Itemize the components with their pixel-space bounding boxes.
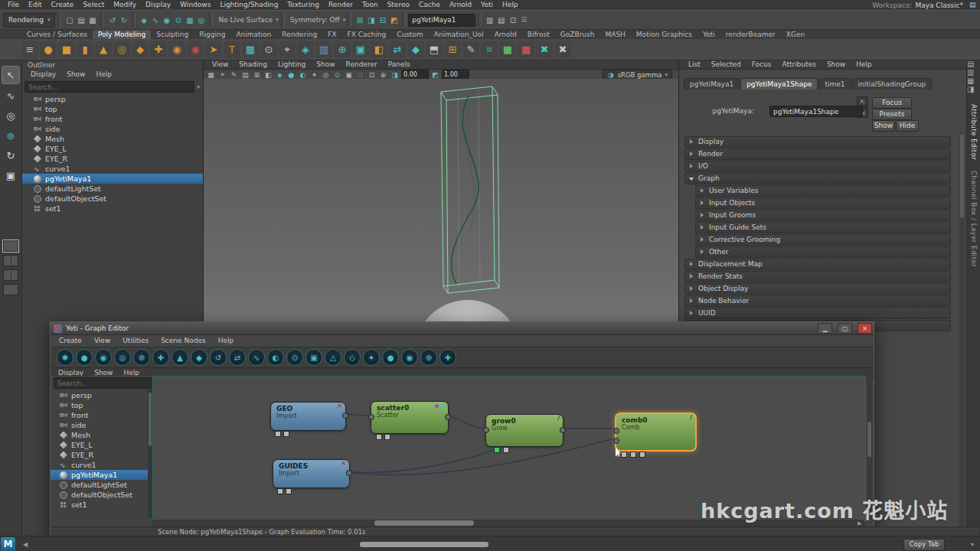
node-comb0[interactable]: comb0 Comb	[615, 412, 697, 452]
outliner-item-eye-l[interactable]: EYE_L	[21, 144, 203, 154]
ge-menu-help[interactable]: Help	[213, 335, 240, 347]
statusline-separator[interactable]	[209, 13, 213, 27]
shelf-icon-poly-plane[interactable]	[132, 41, 149, 58]
yeti-tool-icon[interactable]	[267, 349, 284, 366]
yeti-tool-icon[interactable]	[210, 349, 227, 366]
menu-toon[interactable]: Toon	[358, 0, 383, 10]
ge-outliner-item-side[interactable]: side	[51, 420, 152, 430]
ae-section-display[interactable]: Display	[684, 136, 951, 148]
statusline-separator[interactable]	[132, 13, 136, 27]
exposure-icon[interactable]	[390, 70, 400, 79]
ae-scrollbar-thumb[interactable]	[960, 134, 964, 218]
menu-lighting-shading[interactable]: Lighting/Shading	[215, 0, 283, 10]
view-2d-pan-zoom-icon[interactable]	[263, 70, 273, 79]
ae-section-corrective-grooming[interactable]: Corrective Grooming	[695, 234, 951, 246]
outliner-item-defaultobjectset[interactable]: defaultObjectSet	[21, 194, 203, 204]
ae-presets-button[interactable]: Presets	[872, 109, 912, 120]
shelf-icon-bevel[interactable]	[407, 41, 424, 58]
motion-blur-icon[interactable]	[344, 70, 354, 79]
menu-display[interactable]: Display	[141, 0, 175, 10]
node-edit-icon[interactable]	[690, 415, 692, 421]
node-grow0[interactable]: grow0 Grow	[485, 414, 564, 447]
chevron-down-icon[interactable]	[197, 84, 200, 90]
shelf-menu-icon[interactable]	[21, 41, 38, 58]
ge-menu-create[interactable]: Create	[54, 335, 87, 347]
shelf-icon-poly-cone[interactable]	[95, 41, 112, 58]
ge-outliner-scrollbar-thumb[interactable]	[149, 393, 152, 446]
menu-file[interactable]: File	[3, 0, 24, 10]
ge-outliner-item-eye-r[interactable]: EYE_R	[51, 450, 152, 460]
shelf-tab-bifrost[interactable]: Bifrost	[522, 30, 555, 39]
quick-selection-field[interactable]	[408, 14, 475, 27]
shelf-tab-rendering[interactable]: Rendering	[276, 30, 322, 39]
ge-outliner-item-set1[interactable]: set1	[51, 500, 152, 510]
outliner-item-defaultlightset[interactable]: defaultLightSet	[21, 184, 203, 194]
shelf-icon-delete-history[interactable]	[554, 41, 571, 58]
ge-hscrollbar-thumb[interactable]	[374, 520, 474, 526]
outliner-menu-show[interactable]: Show	[62, 70, 90, 80]
ae-hide-button[interactable]: Hide	[896, 120, 919, 132]
statusline-separator[interactable]	[402, 13, 406, 27]
viewport-menu-renderer[interactable]: Renderer	[341, 60, 382, 69]
shelf-icon-quad-draw[interactable]	[444, 41, 461, 58]
menu-yeti[interactable]: Yeti	[476, 0, 498, 10]
ge-outliner-item-front[interactable]: front	[51, 410, 152, 420]
isolate-select-icon[interactable]	[367, 70, 377, 79]
ge-outliner-item-defaultobjectset[interactable]: defaultObjectSet	[51, 490, 152, 500]
node-port[interactable]	[639, 452, 645, 458]
scale-tool-icon[interactable]	[2, 167, 19, 184]
statusline-separator[interactable]	[348, 13, 351, 27]
outliner-menu-display[interactable]: Display	[26, 70, 60, 80]
ge-menu-view[interactable]: View	[89, 335, 116, 347]
yeti-tool-icon[interactable]	[286, 349, 303, 366]
shelf-icon-delete-edge[interactable]	[536, 41, 553, 58]
node-input-port[interactable]	[368, 414, 374, 420]
workspace-menu-icon[interactable]	[969, 1, 978, 9]
ae-focus-button[interactable]: Focus	[872, 97, 912, 109]
move-tool-icon[interactable]	[2, 127, 19, 144]
shelf-icon-poly-cylinder[interactable]	[77, 41, 93, 58]
shelf-tab-motion-graphics[interactable]: Motion Graphics	[631, 30, 697, 39]
yeti-tool-icon[interactable]	[363, 349, 380, 366]
yeti-tool-icon[interactable]	[172, 349, 188, 366]
viewport-menu-panels[interactable]: Panels	[384, 60, 415, 69]
rotate-tool-icon[interactable]	[2, 147, 19, 164]
viewport-menu-lighting[interactable]: Lighting	[273, 60, 310, 69]
select-tool-icon[interactable]	[2, 66, 20, 84]
yeti-tool-icon[interactable]	[305, 349, 322, 366]
dock-modeling-toolkit-icon[interactable]	[967, 85, 974, 93]
node-port[interactable]	[277, 488, 283, 494]
menu-texturing[interactable]: Texturing	[283, 0, 324, 10]
minimize-button[interactable]	[818, 323, 832, 334]
shelf-icon-target-weld[interactable]	[279, 41, 296, 58]
outliner-item-top[interactable]: top	[21, 104, 203, 114]
outliner-menu-help[interactable]: Help	[91, 70, 116, 80]
window-titlebar[interactable]: Yeti - Graph Editor	[51, 322, 874, 335]
symmetry-status[interactable]: Symmetry: Off	[290, 16, 340, 24]
shelf-icon-poly-helix[interactable]	[168, 41, 185, 58]
shelf-icon-poly-pipe[interactable]	[150, 41, 167, 58]
ge-outliner-item-eye-l[interactable]: EYE_L	[51, 440, 152, 450]
lasso-tool-icon[interactable]	[2, 87, 19, 104]
new-scene-icon[interactable]	[64, 15, 75, 26]
outliner-item-front[interactable]: front	[21, 114, 203, 124]
ge-outliner-item-defaultlightset[interactable]: defaultLightSet	[51, 480, 152, 490]
timeline-back-icon[interactable]	[23, 541, 28, 548]
shelf-tab-rigging[interactable]: Rigging	[194, 30, 230, 39]
sidebar-toolsettings-icon[interactable]	[507, 15, 518, 26]
close-button[interactable]	[858, 323, 872, 334]
snap-view-plane-icon[interactable]	[184, 15, 195, 26]
node-input-port[interactable]	[483, 427, 489, 433]
ae-tab-pgyetimaya1[interactable]: pgYetiMaya1	[684, 78, 740, 90]
shelf-icon-sculpt-sphere[interactable]	[187, 41, 204, 58]
node-bypass-icon[interactable]	[337, 403, 342, 409]
shelf-tab-animation[interactable]: Animation	[230, 30, 276, 39]
shelf-icon-sweep-mesh[interactable]	[242, 41, 259, 58]
ae-section-render[interactable]: Render	[684, 148, 951, 160]
yeti-tool-icon[interactable]	[152, 349, 169, 366]
workspace-selector[interactable]: Maya Classic*	[915, 2, 963, 9]
snap-curve-icon[interactable]	[149, 15, 161, 26]
ae-section-input-guide-sets[interactable]: Input Guide Sets	[695, 222, 951, 233]
yeti-tool-icon[interactable]	[401, 349, 418, 366]
chevron-down-icon[interactable]	[343, 17, 346, 23]
